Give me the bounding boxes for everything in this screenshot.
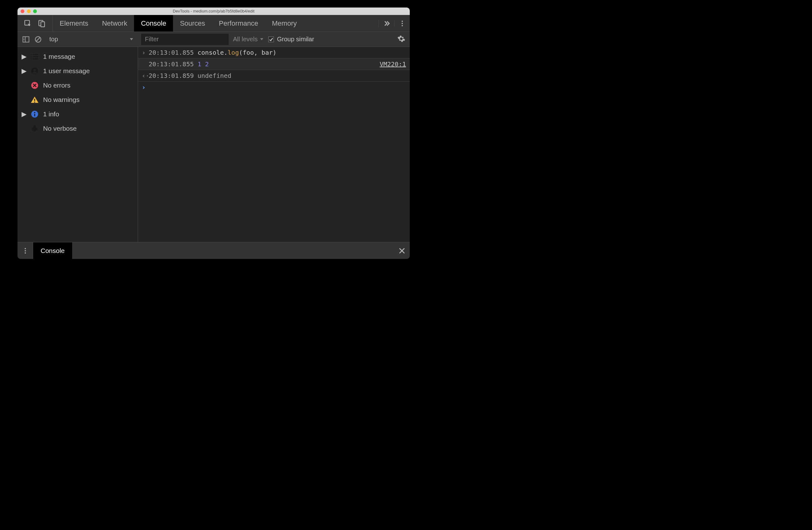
tab-elements[interactable]: Elements <box>53 15 95 31</box>
sidebar-item-label: No warnings <box>43 96 79 103</box>
source-link[interactable]: VM220:1 <box>380 60 406 68</box>
drawer-tab-label: Console <box>41 247 64 254</box>
svg-point-25 <box>33 125 36 128</box>
chevron-down-icon <box>129 36 134 43</box>
maximize-window-button[interactable] <box>33 9 37 13</box>
tab-label: Elements <box>60 19 88 28</box>
tab-sources[interactable]: Sources <box>173 15 212 31</box>
disclosure-triangle-icon: ▶ <box>22 110 26 118</box>
prompt-marker-icon: › <box>142 83 149 91</box>
svg-point-34 <box>25 252 26 254</box>
input-marker-icon: › <box>142 49 149 56</box>
sidebar-item-verbose[interactable]: No verbose <box>17 121 138 136</box>
console-result-row[interactable]: ‹· 20:13:01.859 undefined <box>138 70 410 82</box>
log-content: console.log(foo, bar) <box>198 49 277 56</box>
log-content: undefined <box>198 72 231 80</box>
inspect-toggles <box>17 15 53 31</box>
traffic-lights <box>20 9 37 13</box>
svg-rect-20 <box>34 102 35 102</box>
svg-line-9 <box>36 38 40 41</box>
bug-icon <box>31 124 39 132</box>
sidebar-item-errors[interactable]: No errors <box>17 78 138 93</box>
close-window-button[interactable] <box>20 9 24 13</box>
svg-line-28 <box>32 130 33 130</box>
svg-point-22 <box>34 112 35 113</box>
settings-menu-button[interactable] <box>394 20 410 27</box>
svg-rect-2 <box>41 22 45 27</box>
drawer-tab-console[interactable]: Console <box>33 242 72 259</box>
console-settings-icon[interactable] <box>397 35 405 44</box>
svg-rect-10 <box>31 54 32 55</box>
log-timestamp: 20:13:01.855 <box>149 49 194 56</box>
svg-rect-13 <box>33 56 39 57</box>
clear-console-icon[interactable] <box>34 36 42 43</box>
log-timestamp: 20:13:01.855 <box>149 60 194 68</box>
disclosure-triangle-icon: ▶ <box>22 67 26 75</box>
window-title-bar: DevTools - medium.com/p/ab7b5fd8e0b4/edi… <box>17 8 410 15</box>
drawer: Console <box>17 242 410 259</box>
console-sidebar: ▶ 1 message ▶ 1 user message No errors <box>17 47 138 242</box>
chevron-down-icon <box>260 36 264 43</box>
panel-tabs: Elements Network Console Sources Perform… <box>17 15 410 32</box>
sidebar-item-warnings[interactable]: No warnings <box>17 93 138 107</box>
sidebar-item-info[interactable]: ▶ 1 info <box>17 107 138 121</box>
svg-rect-12 <box>31 56 32 57</box>
tab-label: Sources <box>180 19 205 28</box>
checkbox-checked-icon <box>268 37 274 42</box>
tab-network[interactable]: Network <box>95 15 134 31</box>
minimize-window-button[interactable] <box>27 9 31 13</box>
error-icon <box>31 81 39 89</box>
svg-rect-23 <box>34 114 35 116</box>
context-label: top <box>49 36 58 43</box>
svg-point-17 <box>33 69 36 71</box>
warning-icon <box>31 96 39 104</box>
inspect-element-icon[interactable] <box>24 19 32 28</box>
sidebar-item-label: 1 message <box>43 53 75 60</box>
svg-rect-11 <box>33 54 39 55</box>
svg-point-3 <box>402 20 403 22</box>
log-levels-select[interactable]: All levels <box>233 36 264 43</box>
console-body: ▶ 1 message ▶ 1 user message No errors <box>17 47 410 242</box>
group-similar-toggle[interactable]: Group similar <box>268 36 314 43</box>
log-timestamp: 20:13:01.859 <box>149 72 194 80</box>
svg-rect-19 <box>34 99 35 101</box>
sidebar-item-label: No verbose <box>43 125 76 132</box>
console-prompt[interactable]: › <box>138 82 410 93</box>
console-log-row[interactable]: 20:13:01.855 1 2 VM220:1 <box>138 58 410 70</box>
svg-line-29 <box>36 130 38 130</box>
svg-point-5 <box>402 25 403 26</box>
sidebar-item-label: 1 user message <box>43 67 90 75</box>
console-toolbar: top All levels Group similar <box>17 32 410 47</box>
tab-performance[interactable]: Performance <box>212 15 265 31</box>
log-content: 1 2 <box>198 60 209 68</box>
disclosure-triangle-icon: ▶ <box>22 53 26 60</box>
svg-rect-15 <box>33 58 39 59</box>
tab-label: Memory <box>272 19 297 28</box>
console-input-row[interactable]: › 20:13:01.855 console.log(foo, bar) <box>138 47 410 58</box>
drawer-close-button[interactable] <box>394 242 410 259</box>
window-title: DevTools - medium.com/p/ab7b5fd8e0b4/edi… <box>17 9 410 13</box>
tab-console[interactable]: Console <box>134 15 173 31</box>
list-icon <box>31 53 39 61</box>
sidebar-item-user-messages[interactable]: ▶ 1 user message <box>17 64 138 78</box>
svg-point-4 <box>402 23 403 24</box>
tab-memory[interactable]: Memory <box>265 15 304 31</box>
drawer-menu-button[interactable] <box>17 242 33 259</box>
svg-line-26 <box>32 128 33 128</box>
device-toolbar-icon[interactable] <box>38 19 46 28</box>
svg-rect-14 <box>31 58 32 59</box>
sidebar-item-label: No errors <box>43 82 71 89</box>
svg-line-27 <box>36 128 38 128</box>
group-similar-label: Group similar <box>277 36 314 43</box>
toggle-sidebar-icon[interactable] <box>22 35 30 43</box>
levels-label: All levels <box>233 36 258 43</box>
devtools-window: DevTools - medium.com/p/ab7b5fd8e0b4/edi… <box>17 8 410 259</box>
more-tabs-button[interactable] <box>378 20 394 27</box>
svg-point-32 <box>25 248 26 249</box>
filter-input[interactable] <box>141 34 229 45</box>
sidebar-item-messages[interactable]: ▶ 1 message <box>17 50 138 64</box>
execution-context-select[interactable]: top <box>46 34 137 44</box>
info-icon <box>31 110 39 118</box>
sidebar-item-label: 1 info <box>43 110 59 118</box>
console-output[interactable]: › 20:13:01.855 console.log(foo, bar) 20:… <box>138 47 410 242</box>
